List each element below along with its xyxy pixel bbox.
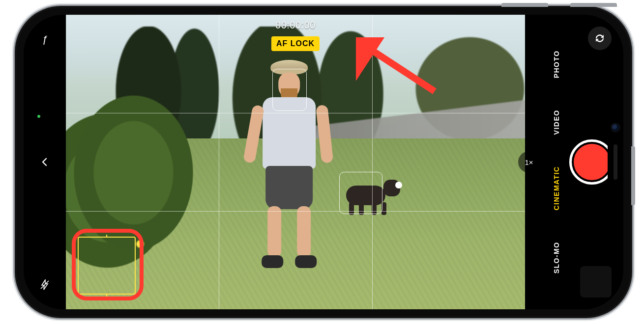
- record-indicator-icon: [574, 144, 610, 180]
- front-camera-lens: [612, 124, 619, 132]
- last-capture-thumbnail[interactable]: [580, 266, 612, 297]
- flip-camera-icon: [593, 32, 606, 45]
- back-button[interactable]: [34, 151, 56, 173]
- mode-cinematic[interactable]: CINEMATIC: [553, 166, 560, 210]
- mode-photo[interactable]: PHOTO: [553, 50, 560, 78]
- camera-viewfinder[interactable]: 00:00:00 AF LOCK: [66, 15, 525, 309]
- mode-video[interactable]: VIDEO: [553, 109, 560, 135]
- flash-off-icon: [39, 279, 50, 290]
- camera-active-indicator: [37, 115, 40, 118]
- screen: 00:00:00 AF LOCK ƒ: [24, 15, 623, 309]
- device-notch: [608, 108, 623, 216]
- dog-ball: [395, 182, 402, 189]
- iphone-device-frame: 00:00:00 AF LOCK ƒ: [15, 6, 632, 318]
- flash-toggle-button[interactable]: [34, 274, 56, 296]
- mode-slomo[interactable]: SLO-MO: [553, 242, 560, 274]
- af-lock-badge: AF LOCK: [271, 36, 320, 51]
- annotation-highlight-box: [72, 229, 144, 300]
- camera-mode-strip[interactable]: PHOTO VIDEO CINEMATIC SLO-MO: [553, 50, 560, 273]
- focus-box-dog[interactable]: [339, 172, 382, 214]
- depth-control-button[interactable]: ƒ: [34, 28, 56, 50]
- chevron-left-icon: [40, 158, 49, 166]
- flip-camera-button[interactable]: [588, 27, 612, 50]
- focus-box-face[interactable]: [272, 69, 307, 111]
- recording-timer: 00:00:00: [275, 20, 316, 31]
- f-stop-icon: ƒ: [42, 34, 47, 45]
- zoom-level-label: 1×: [525, 158, 533, 166]
- zoom-level-button[interactable]: 1×: [518, 151, 540, 173]
